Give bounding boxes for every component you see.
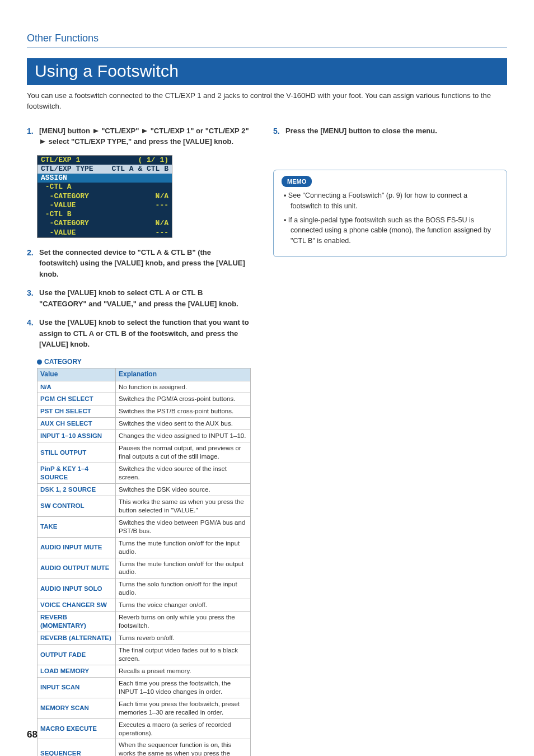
menu-title-left: CTL/EXP 1 [41,156,80,165]
table-row: SW CONTROLThis works the same as when yo… [38,496,251,516]
step-3: 3. Use the [VALUE] knob to select CTL A … [27,287,251,309]
table-row: INPUT SCANEach time you press the footsw… [38,677,251,698]
menu-title-right: ( 1/ 1) [138,156,168,165]
table-row: PGM CH SELECTSwitches the PGM/A cross-po… [38,393,251,405]
cell-explanation: Turns the voice changer on/off. [116,599,251,612]
col-explanation: Explanation [116,368,251,381]
menu-ctl-b: -CTL B [41,210,72,219]
table-row: PinP & KEY 1–4 SOURCESwitches the video … [38,463,251,484]
category-subhead: CATEGORY [37,358,251,366]
cell-explanation: Turns the mute function on/off for the i… [116,537,251,558]
cell-value: N/A [38,381,116,393]
step-4-text: Use the [VALUE] knob to select the funct… [39,318,249,348]
cell-value: SEQUENCER [38,739,116,756]
step-3-text: Use the [VALUE] knob to select CTL A or … [39,288,238,308]
cell-explanation: The final output video fades out to a bl… [116,645,251,665]
table-row: TAKESwitches the video between PGM/A bus… [38,516,251,537]
cell-value: AUDIO INPUT SOLO [38,578,116,599]
cell-explanation: Pauses the normal output, and previews o… [116,442,251,463]
menu-val-a-val: --- [156,201,168,210]
step-1-text-c: "CTL/EXP 1" or "CTL/EXP 2" [148,127,249,135]
breadcrumb: Other Functions [27,32,507,48]
menu-assign: ASSIGN [41,174,67,183]
memo-box: MEMO See "Connecting a Footswitch" (p. 9… [273,170,507,257]
table-row: STILL OUTPUTPauses the normal output, an… [38,442,251,463]
step-number: 1. [27,125,36,147]
cell-value: AUDIO OUTPUT MUTE [38,558,116,578]
table-row: SEQUENCERWhen the sequencer function is … [38,739,251,756]
page-title: Using a Footswitch [27,58,507,85]
table-row: PST CH SELECTSwitches the PST/B cross-po… [38,405,251,418]
table-row: DSK 1, 2 SOURCESwitches the DSK video so… [38,483,251,496]
list-item: If a single-pedal type footswitch such a… [284,215,499,246]
table-row: AUDIO INPUT SOLOTurns the solo function … [38,578,251,599]
cell-value: PinP & KEY 1–4 SOURCE [38,463,116,484]
step-2: 2. Set the connected device to "CTL A & … [27,247,251,280]
cell-value: PGM CH SELECT [38,393,116,405]
table-row: OUTPUT FADEThe final output video fades … [38,645,251,665]
memo-list: See "Connecting a Footswitch" (p. 9) for… [282,190,499,246]
table-row: REVERB (MOMENTARY)Reverb turns on only w… [38,612,251,632]
table-row: VOICE CHANGER SWTurns the voice changer … [38,599,251,612]
cell-explanation: Recalls a preset memory. [116,665,251,677]
category-table: Value Explanation N/ANo function is assi… [37,368,251,756]
arrow-icon [40,139,45,144]
table-row: N/ANo function is assigned. [38,381,251,393]
table-row: INPUT 1–10 ASSIGNChanges the video assig… [38,430,251,442]
step-4: 4. Use the [VALUE] knob to select the fu… [27,317,251,350]
step-5: 5. Press the [MENU] button to close the … [273,125,507,137]
cell-explanation: Reverb turns on only while you press the… [116,612,251,632]
table-row: REVERB (ALTERNATE)Turns reverb on/off. [38,632,251,645]
cell-value: MEMORY SCAN [38,698,116,718]
intro-text: You can use a footswitch connected to th… [27,91,507,112]
menu-val-b-val: --- [156,228,168,237]
cell-value: VOICE CHANGER SW [38,599,116,612]
cell-explanation: Turns the solo function on/off for the i… [116,578,251,599]
step-number: 4. [27,317,36,350]
menu-cat-b: -CATEGORY [41,219,89,228]
cell-explanation: When the sequencer function is on, this … [116,739,251,756]
step-number: 3. [27,287,36,309]
step-5-text: Press the [MENU] button to close the men… [285,127,437,135]
menu-cat-a: -CATEGORY [41,192,89,201]
cell-explanation: Switches the PST/B cross-point buttons. [116,405,251,418]
cell-value: LOAD MEMORY [38,665,116,677]
step-1: 1. [MENU] button "CTL/EXP" "CTL/EXP 1" o… [27,125,251,147]
cell-explanation: Switches the PGM/A cross-point buttons. [116,393,251,405]
cell-explanation: No function is assigned. [116,381,251,393]
memo-label: MEMO [282,176,312,188]
step-1-text-d: select "CTL/EXP TYPE," and press the [VA… [46,137,233,146]
list-item: See "Connecting a Footswitch" (p. 9) for… [284,190,499,212]
cell-explanation: Turns the mute function on/off for the o… [116,558,251,578]
table-row: AUX CH SELECTSwitches the video sent to … [38,418,251,430]
cell-explanation: Switches the video source of the inset s… [116,463,251,484]
page-number: 68 [27,729,38,740]
cell-explanation: This works the same as when you press th… [116,496,251,516]
cell-value: REVERB (ALTERNATE) [38,632,116,645]
menu-cat-b-val: N/A [156,219,168,228]
menu-ctl-a: -CTL A [41,183,72,192]
cell-explanation: Switches the video sent to the AUX bus. [116,418,251,430]
menu-sel-right: CTL A & CTL B [112,165,168,174]
table-row: LOAD MEMORYRecalls a preset memory. [38,665,251,677]
cell-value: DSK 1, 2 SOURCE [38,483,116,496]
table-row: AUDIO INPUT MUTETurns the mute function … [38,537,251,558]
cell-value: OUTPUT FADE [38,645,116,665]
cell-explanation: Switches the video between PGM/A bus and… [116,516,251,537]
menu-cat-a-val: N/A [156,192,168,201]
cell-value: STILL OUTPUT [38,442,116,463]
cell-value: TAKE [38,516,116,537]
cell-explanation: Each time you press the footswitch, the … [116,677,251,698]
table-row: AUDIO OUTPUT MUTETurns the mute function… [38,558,251,578]
cell-value: INPUT 1–10 ASSIGN [38,430,116,442]
arrow-icon [142,129,147,133]
cell-value: AUDIO INPUT MUTE [38,537,116,558]
menu-val-b: -VALUE [41,228,76,237]
cell-value: AUX CH SELECT [38,418,116,430]
arrow-icon [93,129,99,133]
cell-explanation: Turns reverb on/off. [116,632,251,645]
cell-value: SW CONTROL [38,496,116,516]
step-number: 2. [27,247,36,280]
menu-sel-left: CTL/EXP TYPE [41,165,93,174]
step-number: 5. [273,125,282,137]
